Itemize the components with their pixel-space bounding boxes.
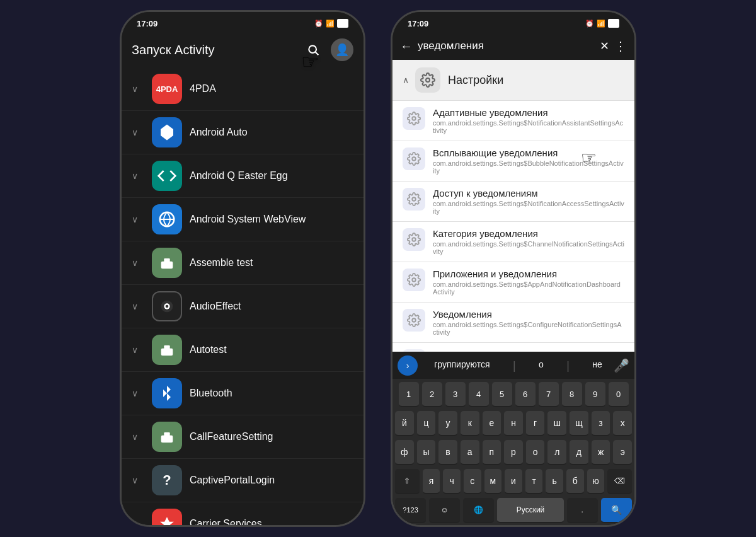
key-1[interactable]: 1 bbox=[399, 382, 419, 407]
suggestion-item-0[interactable]: группируются bbox=[434, 359, 490, 372]
chevron-icon: ∨ bbox=[132, 475, 144, 485]
key-г[interactable]: г bbox=[526, 411, 545, 436]
app-icon-callfeature bbox=[152, 422, 182, 452]
key-7[interactable]: 7 bbox=[539, 382, 559, 407]
list-item[interactable]: ∨ Android Auto bbox=[122, 111, 364, 154]
keyboard-suggestions-bar: › группируются | о | не 🎤 bbox=[392, 352, 634, 380]
signal-icon-right: 📶 bbox=[597, 20, 605, 28]
list-item[interactable]: Уведомления bbox=[392, 343, 634, 352]
list-item[interactable]: Приложения и уведомления com.android.set… bbox=[392, 262, 634, 303]
list-item[interactable]: ∨ CallFeatureSetting bbox=[122, 415, 364, 459]
key-ь[interactable]: ь bbox=[546, 469, 563, 494]
key-н[interactable]: н bbox=[504, 411, 523, 436]
app-name: Android Q Easter Egg bbox=[190, 170, 288, 182]
app-name: Android Auto bbox=[190, 127, 248, 138]
key-ж[interactable]: ж bbox=[592, 440, 610, 465]
key-ю[interactable]: ю bbox=[587, 469, 605, 494]
key-д[interactable]: д bbox=[570, 440, 588, 465]
list-item[interactable]: ∨ 4PDA 4PDA bbox=[122, 67, 364, 111]
key-с[interactable]: с bbox=[464, 469, 481, 494]
key-9[interactable]: 9 bbox=[585, 382, 605, 407]
svg-rect-14 bbox=[161, 436, 173, 443]
globe-key[interactable]: 🌐 bbox=[463, 498, 494, 523]
search-key[interactable]: 🔍 bbox=[601, 498, 632, 523]
key-0[interactable]: 0 bbox=[609, 382, 629, 407]
list-item[interactable]: ∨ Android Q Easter Egg bbox=[122, 154, 364, 198]
key-э[interactable]: э bbox=[613, 440, 632, 465]
list-item[interactable]: Всплывающие уведомления com.android.sett… bbox=[392, 141, 634, 182]
search-button-left[interactable] bbox=[302, 38, 324, 61]
key-б[interactable]: б bbox=[566, 469, 584, 494]
key-ч[interactable]: ч bbox=[443, 469, 461, 494]
keyboard-number-row: 1 2 3 4 5 6 7 8 9 0 bbox=[392, 380, 634, 409]
key-з[interactable]: з bbox=[592, 411, 610, 436]
list-item[interactable]: ∨ AudioEffect bbox=[122, 285, 364, 328]
key-ш[interactable]: ш bbox=[547, 411, 566, 436]
app-icon-audioeffect bbox=[152, 291, 182, 321]
key-е[interactable]: е bbox=[483, 411, 501, 436]
suggestion-item-1[interactable]: о bbox=[539, 359, 544, 372]
list-item[interactable]: Адаптивные уведомления com.android.setti… bbox=[392, 101, 634, 141]
space-key[interactable]: Русский bbox=[497, 498, 563, 523]
key-к[interactable]: к bbox=[461, 411, 479, 436]
list-item[interactable]: Категория уведомления com.android.settin… bbox=[392, 222, 634, 262]
key-ф[interactable]: ф bbox=[395, 440, 414, 465]
svg-point-16 bbox=[164, 438, 166, 441]
list-item[interactable]: Доступ к уведомлениям com.android.settin… bbox=[392, 182, 634, 222]
activity-text: Всплывающие уведомления com.android.sett… bbox=[433, 147, 624, 175]
key-р[interactable]: р bbox=[504, 440, 523, 465]
key-т[interactable]: т bbox=[525, 469, 543, 494]
activity-path: com.android.settings.Settings$ConfigureN… bbox=[433, 321, 624, 336]
avatar-left[interactable]: 👤 bbox=[331, 38, 353, 61]
key-щ[interactable]: щ bbox=[570, 411, 588, 436]
key-у[interactable]: у bbox=[438, 411, 457, 436]
search-input-right[interactable]: уведомления bbox=[418, 40, 595, 52]
suggestion-expand-button[interactable]: › bbox=[398, 355, 418, 376]
list-item[interactable]: ∨ Android System WebView bbox=[122, 198, 364, 241]
suggestion-item-2[interactable]: не bbox=[592, 359, 602, 372]
key-2[interactable]: 2 bbox=[422, 382, 442, 407]
chevron-icon: ∨ bbox=[132, 345, 144, 355]
key-и[interactable]: и bbox=[505, 469, 522, 494]
svg-rect-4 bbox=[164, 258, 169, 262]
key-я[interactable]: я bbox=[423, 469, 440, 494]
key-о[interactable]: о bbox=[526, 440, 545, 465]
mic-button[interactable]: 🎤 bbox=[614, 358, 629, 373]
toolbar-right: ← уведомления ✕ ⋮ bbox=[392, 32, 634, 60]
key-л[interactable]: л bbox=[547, 440, 566, 465]
more-icon[interactable]: ⋮ bbox=[614, 38, 627, 54]
activity-path: com.android.settings.Settings$BubbleNoti… bbox=[433, 159, 624, 175]
key-п[interactable]: п bbox=[483, 440, 501, 465]
chevron-icon: ∨ bbox=[132, 171, 144, 181]
signal-icon: 📶 bbox=[326, 20, 335, 28]
emoji-key[interactable]: ☺ bbox=[429, 498, 460, 523]
key-8[interactable]: 8 bbox=[562, 382, 582, 407]
key-4[interactable]: 4 bbox=[469, 382, 489, 407]
app-name: Assemble test bbox=[190, 257, 253, 268]
close-icon[interactable]: ✕ bbox=[600, 39, 609, 53]
key-в[interactable]: в bbox=[438, 440, 457, 465]
alarm-icon-right: ⏰ bbox=[585, 20, 594, 28]
backspace-key[interactable]: ⌫ bbox=[607, 469, 632, 494]
key-м[interactable]: м bbox=[484, 469, 502, 494]
key-ы[interactable]: ы bbox=[417, 440, 436, 465]
shift-key[interactable]: ⇧ bbox=[395, 469, 420, 494]
list-item[interactable]: Уведомления com.android.settings.Setting… bbox=[392, 303, 634, 343]
list-item[interactable]: ∨ Assemble test bbox=[122, 241, 364, 285]
back-button[interactable]: ← bbox=[400, 39, 413, 54]
key-й[interactable]: й bbox=[395, 411, 414, 436]
key-5[interactable]: 5 bbox=[492, 382, 512, 407]
svg-point-17 bbox=[168, 438, 171, 441]
key-6[interactable]: 6 bbox=[515, 382, 536, 407]
period-key[interactable]: . bbox=[567, 498, 598, 523]
key-а[interactable]: а bbox=[461, 440, 479, 465]
num-switch-key[interactable]: ?123 bbox=[395, 498, 426, 523]
list-item[interactable]: ∨ Autotest bbox=[122, 328, 364, 372]
key-х[interactable]: х bbox=[613, 411, 632, 436]
list-item[interactable]: ∨ Bluetooth bbox=[122, 372, 364, 415]
list-item[interactable]: ∨ Carrier Services bbox=[122, 502, 364, 525]
list-item[interactable]: ∨ ? CaptivePortalLogin bbox=[122, 459, 364, 502]
settings-section-header[interactable]: ∧ Настройки bbox=[392, 60, 634, 101]
key-ц[interactable]: ц bbox=[417, 411, 436, 436]
key-3[interactable]: 3 bbox=[445, 382, 466, 407]
